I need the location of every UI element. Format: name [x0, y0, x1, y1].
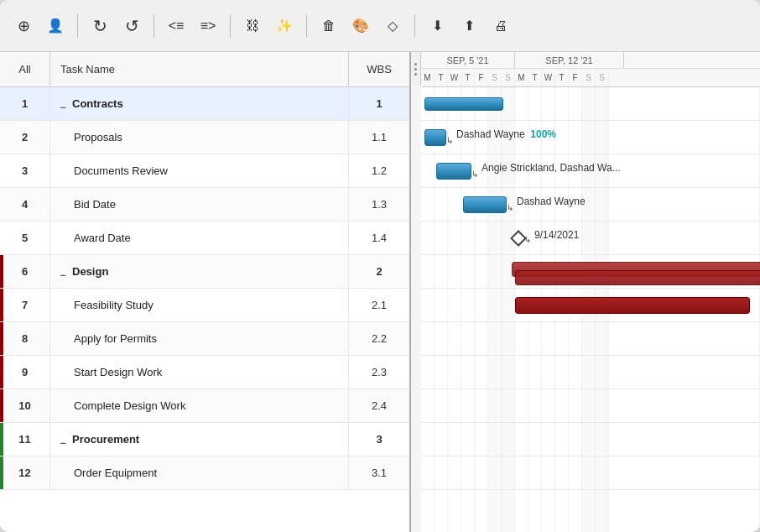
gantt-row-5: ↳ 9/14/2021 [421, 222, 760, 255]
table-row[interactable]: 10 Complete Design Work 2.4 [0, 389, 409, 423]
gantt-day-labels: M T W T F S S M T W T F S S [421, 69, 760, 86]
row-wbs-1: 1 [349, 87, 409, 120]
toolbar-separator-2 [154, 14, 154, 38]
gantt-week-labels: SEP, 5 '21 SEP, 12 '21 [421, 52, 760, 69]
delete-icon[interactable]: 🗑 [315, 13, 342, 39]
row-num-5: 5 [0, 222, 50, 254]
drag-dot [414, 73, 417, 76]
gantt-rows: ↳ Dashad Wayne 100% ↳ Angie Strickland, … [421, 87, 760, 532]
add-icon[interactable]: ⊕ [10, 13, 37, 39]
toolbar-separator-3 [230, 14, 231, 38]
gantt-body: ↳ Dashad Wayne 100% ↳ Angie Strickland, … [421, 87, 760, 532]
table-row[interactable]: 11 ⎯ Procurement 3 [0, 423, 409, 456]
toolbar-separator-1 [77, 14, 78, 38]
table-row[interactable]: 1 ⎯ Contracts 1 [0, 87, 409, 121]
col-header-all: All [0, 52, 50, 86]
gantt-bar-design-group-2 [515, 270, 760, 285]
collapse-icon-1[interactable]: ⎯ [60, 99, 65, 108]
table-row[interactable]: 6 ⎯ Design 2 [0, 255, 409, 289]
table-panel: All Task Name WBS 1 ⎯ Contracts 1 [0, 52, 411, 532]
gantt-day-t2: T [528, 69, 542, 86]
row-wbs-10: 2.4 [349, 389, 409, 422]
upload-icon[interactable]: ⬆ [455, 13, 482, 39]
drag-dot [414, 63, 417, 65]
row-wbs-4: 1.3 [349, 188, 409, 221]
row-num-4: 4 [0, 188, 50, 221]
row-name-2: Proposals [50, 121, 349, 154]
toolbar-separator-5 [414, 14, 415, 38]
gantt-day-m1: M [421, 69, 435, 86]
gantt-bar-proposals [424, 129, 446, 146]
print-icon[interactable]: 🖨 [487, 13, 514, 39]
row-wbs-3: 1.2 [349, 154, 409, 187]
row-wbs-6: 2 [349, 255, 409, 288]
gantt-day-f2: F [569, 69, 582, 86]
table-row[interactable]: 7 Feasibility Study 2.1 [0, 289, 409, 322]
gantt-row-2: ↳ Dashad Wayne 100% [421, 121, 760, 154]
user-icon[interactable]: 👤 [42, 13, 69, 39]
gantt-day-w1: W [448, 69, 461, 86]
gantt-row-12 [421, 456, 760, 490]
gantt-day-m2: M [515, 69, 528, 86]
row-name-9: Start Design Work [50, 356, 349, 389]
row-name-3: Documents Review [50, 154, 349, 187]
table-row[interactable]: 3 Documents Review 1.2 [0, 154, 409, 188]
gantt-day-t1: T [435, 69, 448, 86]
unlink-icon[interactable]: ✨ [271, 13, 298, 39]
col-header-wbs: WBS [349, 52, 409, 86]
gantt-row-1 [421, 87, 760, 121]
table-row[interactable]: 9 Start Design Work 2.3 [0, 356, 409, 389]
gantt-connector-arrow-2: ↳ [446, 136, 453, 145]
gantt-row-9 [421, 356, 760, 389]
table-row[interactable]: 8 Apply for Permits 2.2 [0, 322, 409, 356]
gantt-label-bid-date: Dashad Wayne [517, 196, 586, 207]
gantt-day-su2: S [596, 69, 609, 86]
gantt-day-th1: T [461, 69, 475, 86]
toolbar: ⊕ 👤 ↻ ↺ <≡ ≡> ⛓ ✨ 🗑 🎨 ◇ ⬇ ⬆ 🖨 [0, 0, 760, 52]
gantt-row-7 [421, 289, 760, 322]
row-name-11: ⎯ Procurement [50, 423, 349, 456]
row-wbs-7: 2.1 [349, 289, 409, 321]
table-row[interactable]: 5 Award Date 1.4 [0, 222, 409, 255]
gantt-label-award-date: 9/14/2021 [534, 229, 579, 241]
gantt-day-f1: F [475, 69, 488, 86]
gantt-header: SEP, 5 '21 SEP, 12 '21 M T W T F S S [421, 52, 760, 87]
indent-left-icon[interactable]: <≡ [163, 13, 190, 39]
table-row[interactable]: 12 Order Equipment 3.1 [0, 456, 409, 490]
gantt-label-docs-review: Angie Strickland, Dashad Wa... [482, 162, 621, 174]
gantt-label-proposals: Dashad Wayne 100% [456, 128, 556, 140]
redo-icon[interactable]: ↺ [118, 13, 145, 39]
collapse-icon-6[interactable]: ⎯ [60, 267, 65, 276]
table-header: All Task Name WBS [0, 52, 409, 87]
gantt-bar-contracts [424, 97, 503, 111]
gantt-row-10 [421, 389, 760, 423]
row-name-4: Bid Date [50, 188, 349, 221]
row-num-6: 6 [0, 255, 50, 288]
row-name-1: ⎯ Contracts [50, 87, 349, 120]
diamond-icon[interactable]: ◇ [379, 13, 406, 39]
gantt-panel: SEP, 5 '21 SEP, 12 '21 M T W T F S S [421, 52, 760, 532]
row-num-11: 11 [0, 423, 50, 456]
row-wbs-5: 1.4 [349, 222, 409, 254]
table-row[interactable]: 2 Proposals 1.1 [0, 121, 409, 154]
gantt-label-percent-proposals: 100% [530, 128, 556, 140]
gantt-row-11 [421, 423, 760, 456]
row-name-6: ⎯ Design [50, 255, 349, 288]
paint-icon[interactable]: 🎨 [347, 13, 374, 39]
table-row[interactable]: 4 Bid Date 1.3 [0, 188, 409, 222]
download-icon[interactable]: ⬇ [424, 13, 450, 39]
undo-icon[interactable]: ↻ [86, 13, 113, 39]
gantt-label-name-proposals: Dashad Wayne [456, 128, 528, 140]
row-num-3: 3 [0, 154, 50, 187]
drag-dot [414, 68, 417, 70]
collapse-icon-11[interactable]: ⎯ [60, 435, 65, 444]
gantt-bar-feasibility [515, 297, 750, 314]
link-icon[interactable]: ⛓ [239, 13, 266, 39]
panel-resize-handle[interactable] [411, 52, 421, 86]
row-name-7: Feasibility Study [50, 289, 349, 321]
row-name-8: Apply for Permits [50, 322, 349, 355]
row-num-1: 1 [0, 87, 50, 120]
gantt-day-s2: S [582, 69, 596, 86]
main-content: All Task Name WBS 1 ⎯ Contracts 1 [0, 52, 760, 532]
indent-right-icon[interactable]: ≡> [195, 13, 221, 39]
